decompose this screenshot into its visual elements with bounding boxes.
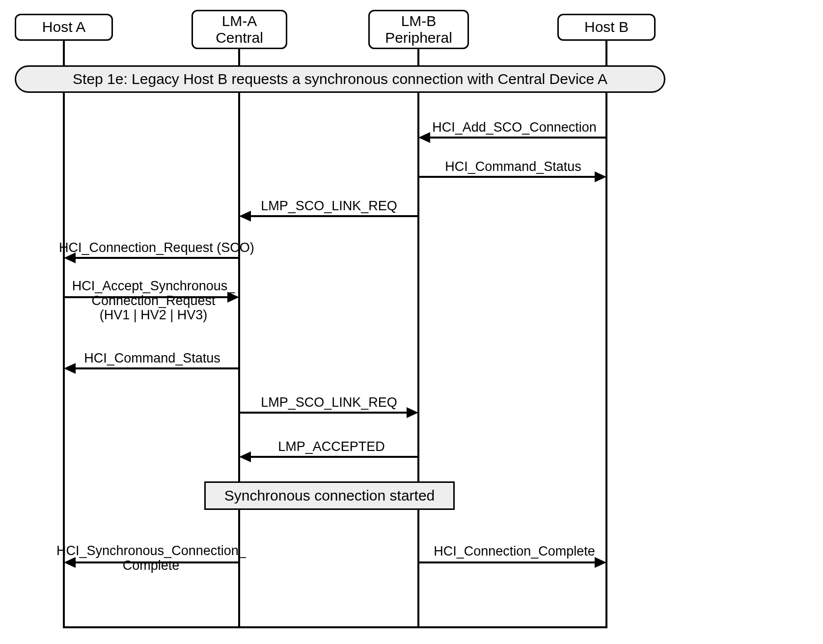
msg-label-cmd-status-a: HCI_Command_Status xyxy=(76,351,228,366)
arrow-right-icon xyxy=(595,171,606,182)
arrow-left-icon xyxy=(64,557,76,568)
msg-line xyxy=(75,367,239,369)
arrow-left-icon xyxy=(239,211,251,222)
lifeline-host-b xyxy=(605,41,607,628)
arrow-left-icon xyxy=(239,451,251,462)
arrow-right-icon xyxy=(227,292,239,303)
participant-host-a: Host A xyxy=(15,14,113,41)
participant-lm-a: LM-A Central xyxy=(192,10,287,49)
msg-line xyxy=(75,561,239,563)
arrow-right-icon xyxy=(595,557,606,568)
msg-label-cmd-status-b: HCI_Command_Status xyxy=(437,160,589,174)
msg-label-sync-conn-complete: HCI_Synchronous_Connection_ Complete xyxy=(56,544,246,573)
msg-line xyxy=(429,137,606,139)
msg-line xyxy=(250,456,418,458)
participant-lm-b: LM-B Peripheral xyxy=(368,10,469,49)
msg-line xyxy=(75,257,239,259)
msg-line xyxy=(64,296,228,298)
sequence-diagram: Host A LM-A Central LM-B Peripheral Host… xyxy=(10,10,813,634)
msg-label-lmp-accepted: LMP_ACCEPTED xyxy=(275,440,388,454)
msg-label-accept-sync: HCI_Accept_Synchronous_ Connection_Reque… xyxy=(69,279,238,323)
note-sync-started: Synchronous connection started xyxy=(204,481,455,510)
arrow-left-icon xyxy=(64,252,76,263)
msg-label-lmp-sco-2: LMP_SCO_LINK_REQ xyxy=(250,395,408,410)
msg-line xyxy=(250,215,418,217)
lifeline-lm-a xyxy=(238,49,240,628)
arrow-left-icon xyxy=(64,363,76,374)
participant-host-b: Host B xyxy=(557,14,656,41)
msg-label-lmp-sco-1: LMP_SCO_LINK_REQ xyxy=(250,199,408,214)
msg-label-add-sco: HCI_Add_SCO_Connection xyxy=(430,120,599,135)
msg-line xyxy=(239,412,408,414)
bottom-line xyxy=(63,626,607,628)
arrow-left-icon xyxy=(418,132,430,143)
arrow-right-icon xyxy=(407,407,418,418)
lifeline-host-a xyxy=(63,41,65,628)
msg-line xyxy=(418,176,596,178)
msg-label-conn-complete: HCI_Connection_Complete xyxy=(430,544,599,559)
msg-label-conn-req: HCI_Connection_Request (SCO) xyxy=(59,241,246,255)
msg-line xyxy=(418,561,596,563)
step-banner: Step 1e: Legacy Host B requests a synchr… xyxy=(15,65,665,93)
